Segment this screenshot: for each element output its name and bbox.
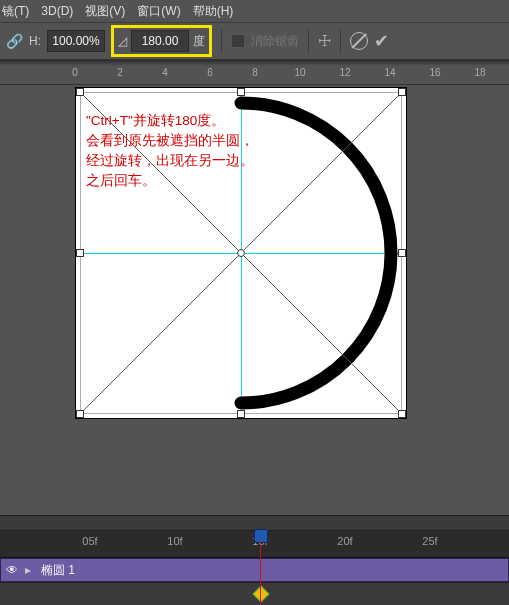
menu-item[interactable]: 视图(V) [85, 3, 125, 20]
rotation-field[interactable]: 180.00 [131, 30, 189, 52]
handle-ne[interactable] [398, 88, 406, 96]
ruler-label: 12 [339, 67, 350, 78]
menubar: 镜(T) 3D(D) 视图(V) 窗口(W) 帮助(H) [0, 0, 509, 22]
menu-item[interactable]: 帮助(H) [193, 3, 234, 20]
ruler-label: 6 [207, 67, 213, 78]
handle-s[interactable] [237, 410, 245, 418]
timeline-track[interactable] [0, 582, 509, 605]
antialias-checkbox[interactable] [231, 34, 245, 48]
ruler-label: 10 [294, 67, 305, 78]
pivot-point[interactable] [237, 249, 245, 257]
angle-icon: ◿ [118, 34, 127, 48]
frame-label: 20f [337, 535, 352, 547]
keyframe-icon[interactable] [253, 586, 270, 603]
angle-unit: 度 [193, 33, 205, 50]
h-label: H: [29, 34, 41, 48]
canvas[interactable]: "Ctrl+T"并旋转180度。 会看到原先被遮挡的半圆， 经过旋转，出现在另一… [0, 85, 509, 445]
layer-row[interactable]: 👁 ▸ 椭圆 1 [0, 558, 509, 582]
separator [221, 30, 222, 52]
annotation-text: "Ctrl+T"并旋转180度。 会看到原先被遮挡的半圆， 经过旋转，出现在另一… [86, 111, 254, 191]
transform-options-bar: 🔗 H: 100.00% ◿ 180.00 度 消除锯齿 ☩ ✔ [0, 22, 509, 60]
menu-item[interactable]: 3D(D) [41, 4, 73, 18]
handle-nw[interactable] [76, 88, 84, 96]
ruler-label: 8 [252, 67, 258, 78]
cancel-transform-button[interactable] [350, 32, 368, 50]
ruler-label: 16 [429, 67, 440, 78]
handle-n[interactable] [237, 88, 245, 96]
layer-name: 椭圆 1 [41, 562, 75, 579]
link-icon[interactable]: 🔗 [6, 33, 23, 49]
antialias-label: 消除锯齿 [251, 33, 299, 50]
menu-item[interactable]: 窗口(W) [137, 3, 180, 20]
ruler-label: 18 [474, 67, 485, 78]
menu-item[interactable]: 镜(T) [2, 3, 29, 20]
handle-sw[interactable] [76, 410, 84, 418]
handle-se[interactable] [398, 410, 406, 418]
commit-transform-button[interactable]: ✔ [374, 30, 389, 52]
warp-icon[interactable]: ☩ [318, 32, 331, 50]
separator [340, 30, 341, 52]
twirl-icon[interactable]: ▸ [25, 563, 35, 577]
h-scale-field[interactable]: 100.00% [47, 30, 105, 52]
rotation-highlight: ◿ 180.00 度 [111, 25, 212, 57]
frame-label: 25f [422, 535, 437, 547]
ruler-label: 14 [384, 67, 395, 78]
visibility-icon[interactable]: 👁 [5, 563, 19, 577]
ruler-label: 2 [117, 67, 123, 78]
frame-label: 15f [252, 535, 267, 547]
horizontal-ruler: /* ticks drawn statically below */ 0 2 4… [0, 66, 509, 85]
ruler-label: 0 [72, 67, 78, 78]
timeline-ruler[interactable]: 05f 10f 15f 20f 25f [0, 531, 509, 558]
ruler-label: 4 [162, 67, 168, 78]
handle-e[interactable] [398, 249, 406, 257]
handle-w[interactable] [76, 249, 84, 257]
timeline-panel: 05f 10f 15f 20f 25f 👁 ▸ 椭圆 1 [0, 515, 509, 605]
timeline-scrollbar[interactable] [0, 515, 509, 531]
separator [308, 30, 309, 52]
frame-label: 10f [167, 535, 182, 547]
frame-label: 05f [82, 535, 97, 547]
